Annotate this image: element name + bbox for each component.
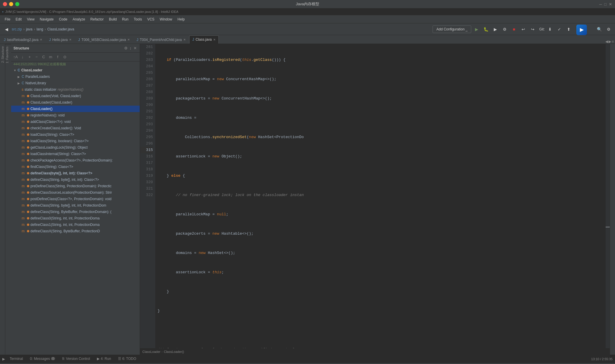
scroll-button[interactable]: ⊙ <box>62 54 68 60</box>
menu-help[interactable]: Help <box>175 16 187 22</box>
undo-button[interactable]: ↩ <box>519 25 527 33</box>
git-push-button[interactable]: ⬆ <box>565 25 573 33</box>
breadcrumb-srczip[interactable]: src.zip <box>12 27 22 31</box>
tab-versioncontrol[interactable]: 9: Version Control <box>60 355 92 363</box>
field-filter-button[interactable]: f <box>54 54 61 60</box>
stop-button[interactable]: ■ <box>510 25 518 33</box>
tree-predefineclass[interactable]: m preDefineClass(String, ProtectionDomai… <box>11 183 140 189</box>
minimize-button[interactable] <box>9 2 13 6</box>
menu-file[interactable]: File <box>2 16 13 22</box>
sidebar-expand-icon[interactable]: ↕ <box>129 45 132 51</box>
tree-defineclassx[interactable]: m defineClassX(String, ByteBuffer, Prote… <box>11 228 140 234</box>
menu-navigate[interactable]: Navigate <box>37 16 56 22</box>
tree-getclassloadinglock[interactable]: m getClassLoadingLock(String): Object <box>11 144 140 151</box>
tree-classloader-root[interactable]: ▼ C ClassLoader <box>11 67 140 73</box>
tab-scroll-left[interactable]: ◀ <box>605 40 608 44</box>
sidebar-close-icon[interactable]: ✕ <box>133 45 137 51</box>
close-button[interactable] <box>3 2 7 6</box>
tab-messages[interactable]: 0: Messages 0 <box>28 355 57 363</box>
menu-view[interactable]: View <box>25 16 37 22</box>
favorites-label[interactable]: 1: Favorites <box>5 44 11 66</box>
tree-defineclass3[interactable]: m defineClass(String, byte[], int, int, … <box>11 202 140 209</box>
breadcrumb-java[interactable]: java <box>26 27 33 31</box>
tab-close[interactable]: ✕ <box>69 38 71 41</box>
breadcrumb-lang[interactable]: lang <box>37 27 43 31</box>
tree-static-init[interactable]: s static class initializer registerNativ… <box>11 86 140 93</box>
bc-method[interactable]: ClassLoader() <box>164 350 184 353</box>
tree-constructor3[interactable]: m ClassLoader() <box>11 106 140 112</box>
add-configuration-button[interactable]: Add Configuration _ <box>433 25 471 33</box>
menu-run[interactable]: Run <box>120 16 131 22</box>
menu-vcs[interactable]: VCS <box>145 16 157 22</box>
tree-loadclassinternal[interactable]: m loadClassInternal(String): Class<?> <box>11 151 140 157</box>
tree-defineclass1[interactable]: m defineClass(byte[], int, int): Class<?… <box>11 170 140 176</box>
tree-defineclass2[interactable]: m defineClass(String, byte[], int, int):… <box>11 176 140 183</box>
tree-nativelibrary[interactable]: ▶ C NativeLibrary <box>11 80 140 86</box>
tree-loadclass1[interactable]: m loadClass(String): Class<?> <box>11 131 140 138</box>
redo-button[interactable]: ↪ <box>529 25 537 33</box>
minimize-icon[interactable]: ─ <box>599 2 602 6</box>
tab-t006[interactable]: J T006_MSBClassLoader.java ✕ <box>75 35 133 44</box>
tree-constructor2[interactable]: m ClassLoader(ClassLoader) <box>11 99 140 106</box>
sort-order-button[interactable]: ↓ <box>19 54 26 60</box>
sidebar-settings-icon[interactable]: ⚙ <box>124 45 128 51</box>
structure-panel-label[interactable]: 2: Structure <box>1 45 4 64</box>
tree-parallelloaders[interactable]: ▶ C ParallelLoaders <box>11 73 140 80</box>
tree-findclass[interactable]: m findClass(String): Class<?> <box>11 164 140 170</box>
back-button[interactable]: ◀ <box>2 25 11 33</box>
tree-postdefineclass[interactable]: m postDefineClass(Class<?>, ProtectionDo… <box>11 196 140 202</box>
tree-constructor1[interactable]: m ClassLoader(Void, ClassLoader) <box>11 93 140 99</box>
menu-edit[interactable]: Edit <box>13 16 24 22</box>
git-commit-button[interactable]: ✓ <box>555 25 563 33</box>
tab-t004[interactable]: J T004_ParentAndChild.java ✕ <box>133 35 189 44</box>
tree-addclass[interactable]: m addClass(Class<?>): void <box>11 119 140 125</box>
search-button[interactable]: 🔍 <box>595 25 603 33</box>
tab-classreloading[interactable]: J lassReloading2.java ✕ <box>1 35 45 44</box>
tab-hello[interactable]: J Hello.java ✕ <box>46 35 75 44</box>
tab-terminal[interactable]: Terminal <box>7 355 25 363</box>
breadcrumb-file[interactable]: ClassLoader.java <box>47 27 74 31</box>
git-update-button[interactable]: ⬇ <box>546 25 554 33</box>
run-button[interactable]: ▶ <box>472 25 481 33</box>
play-icon[interactable]: ▶ <box>2 357 5 361</box>
filter-button[interactable]: C <box>40 54 47 60</box>
maximize-button[interactable] <box>15 2 19 6</box>
menu-code[interactable]: Code <box>57 16 70 22</box>
tree-defineclass4[interactable]: m defineClass(String, ByteBuffer, Protec… <box>11 209 140 215</box>
method-filter-button[interactable]: m <box>47 54 54 60</box>
code-content[interactable]: if (ParallelLoaders.isRegistered(this.ge… <box>155 44 606 348</box>
sort-alpha-button[interactable]: ↑A <box>12 54 19 60</box>
settings-button[interactable]: ⚙ <box>604 25 613 33</box>
collapse-all-button[interactable]: − <box>33 54 40 60</box>
bc-classloader[interactable]: ClassLoader <box>142 350 160 353</box>
tab-todo[interactable]: ☰ 6: TODO <box>116 355 139 363</box>
profiler-button[interactable]: ⚙ <box>500 25 509 33</box>
tab-close[interactable]: ✕ <box>40 38 42 41</box>
tab-close[interactable]: ✕ <box>127 38 130 41</box>
menu-refactor[interactable]: Refactor <box>88 16 106 22</box>
menu-analyze[interactable]: Analyze <box>70 16 88 22</box>
tab-classloader[interactable]: J Class.java ✕ <box>189 35 219 44</box>
tab-close[interactable]: ✕ <box>213 38 216 41</box>
tab-scroll-right[interactable]: ▶ <box>609 40 611 44</box>
code-scroll[interactable]: 281 282 283 284 285 286 287 288 289 290 … <box>140 44 610 348</box>
tree-registernatives[interactable]: m registerNatives(): void <box>11 112 140 119</box>
menu-build[interactable]: Build <box>107 16 119 22</box>
structure-tree[interactable]: ▼ C ClassLoader ▶ C ParallelLoaders ▶ C … <box>11 67 140 355</box>
tree-checkcreatecl[interactable]: m checkCreateClassLoader(): Void <box>11 125 140 131</box>
tab-menu[interactable]: ≡ <box>612 40 614 44</box>
tree-defineclass1b[interactable]: m defineClass1(String, int, int, Protect… <box>11 222 140 228</box>
coverage-button[interactable]: ▶ <box>491 25 499 33</box>
tab-run[interactable]: ▶ 4: Run <box>95 355 113 363</box>
expand-all-button[interactable]: + <box>26 54 33 60</box>
menu-window[interactable]: Window <box>157 16 175 22</box>
tree-loadclass2[interactable]: m loadClass(String, boolean): Class<?> <box>11 138 140 144</box>
tree-defineclasssource[interactable]: m defineClassSourceLocation(ProtectionDo… <box>11 189 140 196</box>
debug-button[interactable]: 🐛 <box>482 25 490 33</box>
tab-close[interactable]: ✕ <box>183 38 186 41</box>
tree-defineclass0[interactable]: m defineClass0(String, int, int, Protect… <box>11 215 140 222</box>
tree-checkpackageaccess[interactable]: m checkPackageAccess(Class<?>, Protectio… <box>11 157 140 164</box>
menu-tools[interactable]: Tools <box>131 16 144 22</box>
close-icon[interactable]: ✕ <box>609 2 612 6</box>
restore-icon[interactable]: □ <box>604 2 607 6</box>
